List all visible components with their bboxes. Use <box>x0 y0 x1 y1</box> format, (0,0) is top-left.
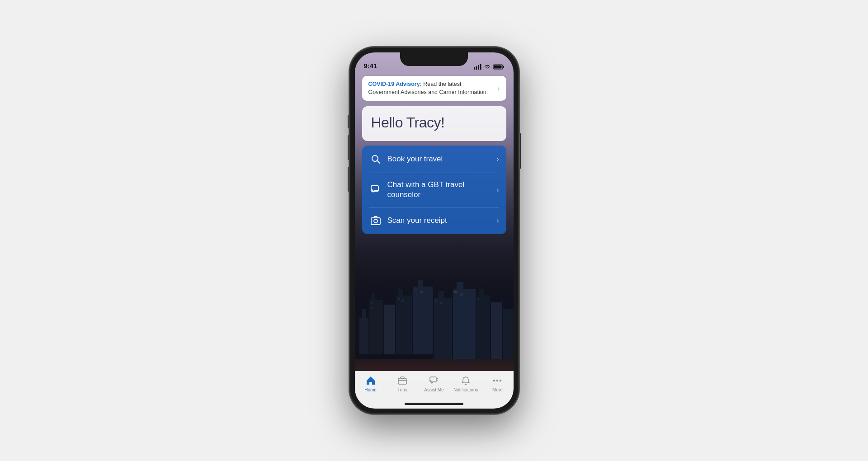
tab-notifications[interactable]: Notifications <box>450 375 481 392</box>
home-indicator <box>405 403 463 405</box>
tab-home-label: Home <box>364 387 377 392</box>
volume-silent-button <box>348 115 349 128</box>
phone-screen: 9:41 <box>355 52 514 409</box>
svg-point-48 <box>494 380 495 381</box>
main-content: COVID-19 Advisory: Read the latest Gover… <box>355 72 514 409</box>
greeting-text: Hello Tracy! <box>371 114 497 131</box>
svg-rect-35 <box>503 66 504 68</box>
volume-up-button <box>348 135 349 160</box>
svg-point-50 <box>500 380 501 381</box>
chat-counselor-chevron-icon: › <box>496 186 499 194</box>
svg-point-49 <box>497 380 498 381</box>
tab-trips[interactable]: Trips <box>387 375 418 392</box>
tab-more-label: More <box>492 387 503 392</box>
svg-line-38 <box>377 161 380 164</box>
svg-rect-42 <box>398 378 406 384</box>
phone-device: 9:41 <box>349 47 519 414</box>
covid-banner-chevron-icon: › <box>497 85 500 93</box>
covid-banner[interactable]: COVID-19 Advisory: Read the latest Gover… <box>362 76 506 101</box>
chat-counselor-item[interactable]: Chat with a GBT travel counselor › <box>362 173 506 207</box>
book-travel-chevron-icon: › <box>496 155 499 163</box>
svg-rect-43 <box>401 377 404 378</box>
book-travel-item[interactable]: Book your travel › <box>362 146 506 173</box>
scan-receipt-label: Scan your receipt <box>387 216 497 226</box>
covid-banner-bold: COVID-19 Advisory: <box>368 81 422 87</box>
svg-point-41 <box>374 219 377 223</box>
tab-assist-me[interactable]: Assist Me <box>418 375 450 392</box>
svg-rect-31 <box>476 66 477 70</box>
svg-rect-30 <box>474 67 475 70</box>
tab-assist-me-label: Assist Me <box>424 387 443 392</box>
power-button <box>519 133 521 169</box>
camera-icon <box>369 214 382 227</box>
svg-rect-36 <box>494 66 501 69</box>
book-travel-label: Book your travel <box>387 154 497 164</box>
volume-down-button <box>348 167 349 192</box>
scan-receipt-chevron-icon: › <box>496 216 499 225</box>
tab-home[interactable]: Home <box>355 375 387 392</box>
status-time: 9:41 <box>364 62 377 70</box>
tab-notifications-label: Notifications <box>453 387 478 392</box>
tab-more[interactable]: More <box>481 375 513 392</box>
svg-rect-33 <box>480 64 481 70</box>
greeting-card: Hello Tracy! <box>362 106 506 141</box>
notch <box>400 52 468 66</box>
scan-receipt-item[interactable]: Scan your receipt › <box>362 207 506 234</box>
chat-counselor-label: Chat with a GBT travel counselor <box>387 180 497 200</box>
tab-trips-label: Trips <box>397 387 407 392</box>
action-menu-card: Book your travel › Chat with a GBT trave… <box>362 146 506 234</box>
wifi-icon <box>484 64 491 70</box>
chat-icon <box>369 183 382 196</box>
battery-icon <box>493 64 505 70</box>
svg-rect-32 <box>478 65 479 70</box>
search-icon <box>369 153 382 165</box>
covid-banner-text: COVID-19 Advisory: Read the latest Gover… <box>368 80 494 96</box>
signal-icon <box>474 64 481 70</box>
status-icons <box>474 64 505 70</box>
